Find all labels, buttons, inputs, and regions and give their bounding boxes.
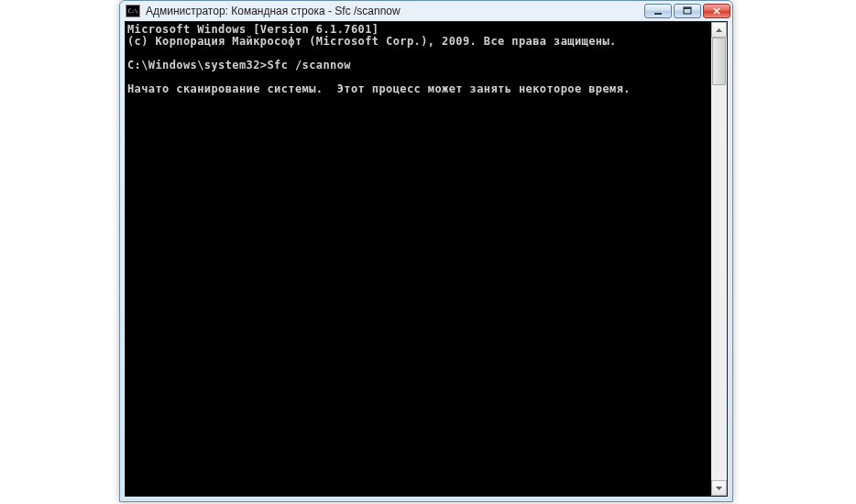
scroll-down-button[interactable]: [711, 480, 727, 496]
close-button[interactable]: [703, 4, 730, 18]
svg-marker-6: [716, 487, 722, 490]
console-output[interactable]: Microsoft Windows [Version 6.1.7601] (c)…: [126, 22, 711, 496]
scrollbar-thumb[interactable]: [712, 38, 726, 85]
minimize-icon: [653, 6, 663, 16]
window-buttons: [642, 4, 730, 18]
close-icon: [712, 6, 721, 16]
svg-rect-2: [684, 7, 691, 9]
cmd-icon: [126, 5, 140, 17]
chevron-up-icon: [716, 28, 722, 32]
minimize-button[interactable]: [644, 4, 672, 18]
scrollbar-track[interactable]: [711, 38, 727, 480]
scroll-up-button[interactable]: [711, 22, 727, 38]
window-title: Администратор: Командная строка - Sfc /s…: [146, 5, 642, 17]
command-prompt-window: Администратор: Командная строка - Sfc /s…: [119, 0, 733, 502]
titlebar[interactable]: Администратор: Командная строка - Sfc /s…: [120, 1, 732, 21]
svg-rect-0: [654, 13, 662, 15]
maximize-button[interactable]: [674, 4, 701, 18]
svg-marker-5: [716, 28, 722, 32]
chevron-down-icon: [716, 487, 722, 490]
maximize-icon: [683, 6, 692, 16]
vertical-scrollbar[interactable]: [711, 22, 727, 496]
client-area: Microsoft Windows [Version 6.1.7601] (c)…: [125, 21, 728, 497]
